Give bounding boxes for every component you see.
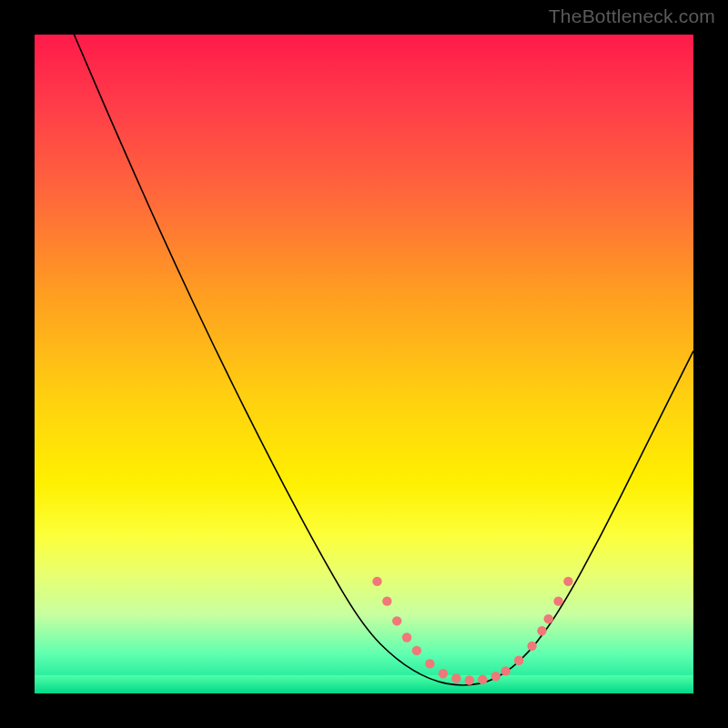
data-marker (402, 632, 411, 642)
chart-svg (35, 35, 693, 693)
data-marker (537, 626, 546, 635)
data-marker (439, 669, 448, 678)
data-marker (500, 666, 510, 675)
data-marker (392, 616, 401, 625)
data-marker (553, 596, 562, 605)
data-marker (425, 659, 434, 668)
data-marker (382, 596, 391, 605)
data-marker (451, 673, 460, 682)
data-marker (412, 646, 421, 655)
watermark-text: TheBottleneck.com (549, 5, 715, 27)
data-marker (563, 577, 572, 586)
data-marker (544, 614, 553, 623)
data-marker (527, 642, 536, 651)
marker-group (372, 577, 572, 685)
data-marker (478, 675, 487, 684)
data-marker (372, 577, 381, 586)
bottleneck-curve (74, 35, 693, 685)
data-marker (491, 672, 500, 681)
data-marker (465, 675, 474, 684)
data-marker (514, 656, 523, 665)
chart-plot-area (35, 35, 693, 693)
